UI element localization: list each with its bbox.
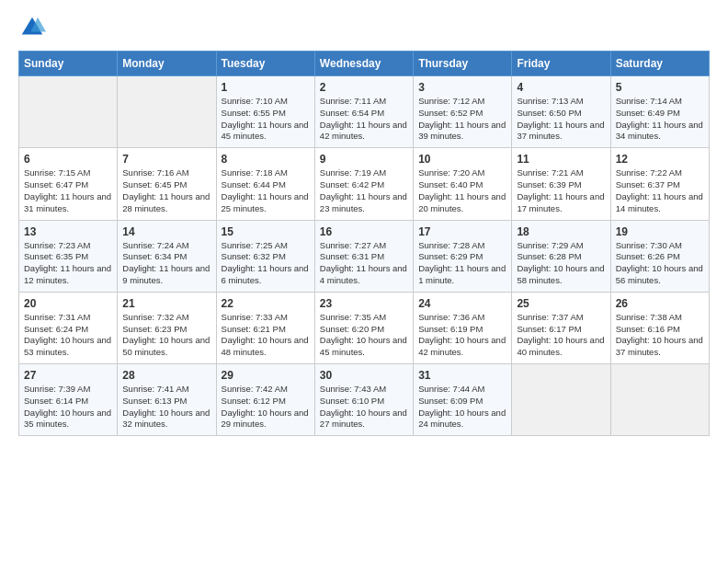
day-number: 21 — [122, 297, 210, 310]
day-number: 18 — [517, 225, 605, 238]
day-info: Sunrise: 7:21 AM Sunset: 6:39 PM Dayligh… — [517, 167, 605, 214]
day-info: Sunrise: 7:18 AM Sunset: 6:44 PM Dayligh… — [222, 167, 310, 214]
day-info: Sunrise: 7:20 AM Sunset: 6:40 PM Dayligh… — [418, 167, 506, 214]
day-info: Sunrise: 7:16 AM Sunset: 6:45 PM Dayligh… — [122, 167, 210, 214]
header — [18, 14, 710, 41]
day-number: 30 — [320, 369, 408, 382]
day-info: Sunrise: 7:14 AM Sunset: 6:49 PM Dayligh… — [616, 96, 704, 143]
day-number: 17 — [418, 225, 506, 238]
day-header-wednesday: Wednesday — [314, 52, 413, 76]
day-info: Sunrise: 7:25 AM Sunset: 6:32 PM Dayligh… — [222, 240, 310, 287]
day-number: 24 — [418, 297, 506, 310]
day-info: Sunrise: 7:31 AM Sunset: 6:24 PM Dayligh… — [24, 312, 112, 359]
calendar-cell — [610, 364, 709, 436]
calendar-cell: 1Sunrise: 7:10 AM Sunset: 6:55 PM Daylig… — [216, 76, 314, 148]
day-number: 7 — [122, 153, 210, 166]
calendar-cell: 28Sunrise: 7:41 AM Sunset: 6:13 PM Dayli… — [118, 364, 216, 436]
day-number: 19 — [616, 225, 704, 238]
day-number: 13 — [24, 225, 112, 238]
day-number: 26 — [616, 297, 704, 310]
calendar-cell: 10Sunrise: 7:20 AM Sunset: 6:40 PM Dayli… — [414, 148, 512, 220]
day-number: 8 — [222, 153, 310, 166]
calendar-cell: 11Sunrise: 7:21 AM Sunset: 6:39 PM Dayli… — [512, 148, 610, 220]
calendar-cell: 6Sunrise: 7:15 AM Sunset: 6:47 PM Daylig… — [19, 148, 118, 220]
day-info: Sunrise: 7:39 AM Sunset: 6:14 PM Dayligh… — [24, 384, 112, 431]
calendar-cell: 31Sunrise: 7:44 AM Sunset: 6:09 PM Dayli… — [414, 364, 512, 436]
day-info: Sunrise: 7:32 AM Sunset: 6:23 PM Dayligh… — [122, 312, 210, 359]
calendar-cell: 26Sunrise: 7:38 AM Sunset: 6:16 PM Dayli… — [610, 292, 709, 363]
calendar-cell: 27Sunrise: 7:39 AM Sunset: 6:14 PM Dayli… — [19, 364, 118, 436]
day-info: Sunrise: 7:15 AM Sunset: 6:47 PM Dayligh… — [24, 167, 112, 214]
week-row-5: 27Sunrise: 7:39 AM Sunset: 6:14 PM Dayli… — [19, 364, 710, 436]
calendar-cell: 8Sunrise: 7:18 AM Sunset: 6:44 PM Daylig… — [216, 148, 314, 220]
day-number: 16 — [320, 225, 408, 238]
calendar-cell: 13Sunrise: 7:23 AM Sunset: 6:35 PM Dayli… — [19, 220, 118, 292]
day-header-friday: Friday — [512, 52, 610, 76]
day-info: Sunrise: 7:24 AM Sunset: 6:34 PM Dayligh… — [122, 240, 210, 287]
day-number: 31 — [418, 369, 506, 382]
calendar-cell: 5Sunrise: 7:14 AM Sunset: 6:49 PM Daylig… — [610, 76, 709, 148]
header-row: SundayMondayTuesdayWednesdayThursdayFrid… — [19, 52, 710, 76]
day-header-saturday: Saturday — [610, 52, 709, 76]
day-info: Sunrise: 7:11 AM Sunset: 6:54 PM Dayligh… — [320, 96, 408, 143]
day-info: Sunrise: 7:44 AM Sunset: 6:09 PM Dayligh… — [418, 384, 506, 431]
calendar-cell: 22Sunrise: 7:33 AM Sunset: 6:21 PM Dayli… — [216, 292, 314, 363]
day-info: Sunrise: 7:12 AM Sunset: 6:52 PM Dayligh… — [418, 96, 506, 143]
day-number: 11 — [517, 153, 605, 166]
calendar-cell: 21Sunrise: 7:32 AM Sunset: 6:23 PM Dayli… — [118, 292, 216, 363]
day-info: Sunrise: 7:36 AM Sunset: 6:19 PM Dayligh… — [418, 312, 506, 359]
calendar-table: SundayMondayTuesdayWednesdayThursdayFrid… — [18, 51, 710, 436]
day-number: 28 — [122, 369, 210, 382]
calendar-cell: 2Sunrise: 7:11 AM Sunset: 6:54 PM Daylig… — [314, 76, 413, 148]
day-info: Sunrise: 7:10 AM Sunset: 6:55 PM Dayligh… — [222, 96, 310, 143]
day-number: 22 — [222, 297, 310, 310]
day-number: 6 — [24, 153, 112, 166]
week-row-1: 1Sunrise: 7:10 AM Sunset: 6:55 PM Daylig… — [19, 76, 710, 148]
calendar-cell: 30Sunrise: 7:43 AM Sunset: 6:10 PM Dayli… — [314, 364, 413, 436]
day-number: 9 — [320, 153, 408, 166]
calendar-cell — [512, 364, 610, 436]
day-info: Sunrise: 7:19 AM Sunset: 6:42 PM Dayligh… — [320, 167, 408, 214]
day-number: 27 — [24, 369, 112, 382]
calendar-cell: 4Sunrise: 7:13 AM Sunset: 6:50 PM Daylig… — [512, 76, 610, 148]
calendar-cell: 17Sunrise: 7:28 AM Sunset: 6:29 PM Dayli… — [414, 220, 512, 292]
day-info: Sunrise: 7:29 AM Sunset: 6:28 PM Dayligh… — [517, 240, 605, 287]
day-number: 5 — [616, 81, 704, 94]
day-info: Sunrise: 7:28 AM Sunset: 6:29 PM Dayligh… — [418, 240, 506, 287]
day-info: Sunrise: 7:13 AM Sunset: 6:50 PM Dayligh… — [517, 96, 605, 143]
day-info: Sunrise: 7:27 AM Sunset: 6:31 PM Dayligh… — [320, 240, 408, 287]
day-info: Sunrise: 7:33 AM Sunset: 6:21 PM Dayligh… — [222, 312, 310, 359]
calendar-cell: 23Sunrise: 7:35 AM Sunset: 6:20 PM Dayli… — [314, 292, 413, 363]
day-number: 2 — [320, 81, 408, 94]
day-info: Sunrise: 7:35 AM Sunset: 6:20 PM Dayligh… — [320, 312, 408, 359]
calendar-cell: 29Sunrise: 7:42 AM Sunset: 6:12 PM Dayli… — [216, 364, 314, 436]
calendar-cell: 20Sunrise: 7:31 AM Sunset: 6:24 PM Dayli… — [19, 292, 118, 363]
day-number: 20 — [24, 297, 112, 310]
day-header-thursday: Thursday — [414, 52, 512, 76]
day-info: Sunrise: 7:23 AM Sunset: 6:35 PM Dayligh… — [24, 240, 112, 287]
week-row-3: 13Sunrise: 7:23 AM Sunset: 6:35 PM Dayli… — [19, 220, 710, 292]
day-number: 10 — [418, 153, 506, 166]
day-info: Sunrise: 7:37 AM Sunset: 6:17 PM Dayligh… — [517, 312, 605, 359]
day-number: 14 — [122, 225, 210, 238]
calendar-cell: 15Sunrise: 7:25 AM Sunset: 6:32 PM Dayli… — [216, 220, 314, 292]
logo-icon — [18, 14, 46, 41]
day-number: 15 — [222, 225, 310, 238]
calendar-cell: 9Sunrise: 7:19 AM Sunset: 6:42 PM Daylig… — [314, 148, 413, 220]
calendar-cell: 12Sunrise: 7:22 AM Sunset: 6:37 PM Dayli… — [610, 148, 709, 220]
day-number: 3 — [418, 81, 506, 94]
day-header-monday: Monday — [118, 52, 216, 76]
calendar-cell: 7Sunrise: 7:16 AM Sunset: 6:45 PM Daylig… — [118, 148, 216, 220]
week-row-2: 6Sunrise: 7:15 AM Sunset: 6:47 PM Daylig… — [19, 148, 710, 220]
day-number: 25 — [517, 297, 605, 310]
day-info: Sunrise: 7:43 AM Sunset: 6:10 PM Dayligh… — [320, 384, 408, 431]
day-header-tuesday: Tuesday — [216, 52, 314, 76]
day-number: 1 — [222, 81, 310, 94]
week-row-4: 20Sunrise: 7:31 AM Sunset: 6:24 PM Dayli… — [19, 292, 710, 363]
calendar-cell: 3Sunrise: 7:12 AM Sunset: 6:52 PM Daylig… — [414, 76, 512, 148]
day-info: Sunrise: 7:42 AM Sunset: 6:12 PM Dayligh… — [222, 384, 310, 431]
logo — [18, 14, 50, 41]
calendar-cell: 16Sunrise: 7:27 AM Sunset: 6:31 PM Dayli… — [314, 220, 413, 292]
calendar-cell: 25Sunrise: 7:37 AM Sunset: 6:17 PM Dayli… — [512, 292, 610, 363]
day-info: Sunrise: 7:30 AM Sunset: 6:26 PM Dayligh… — [616, 240, 704, 287]
